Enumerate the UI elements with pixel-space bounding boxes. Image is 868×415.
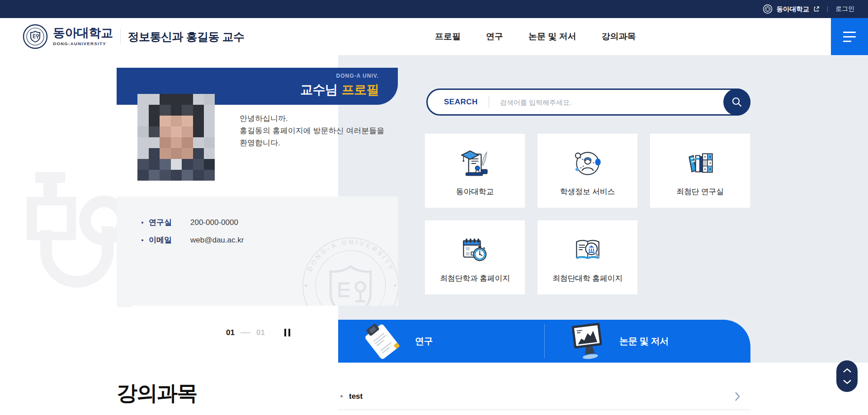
quick-link-label: 동아대학교	[456, 187, 494, 208]
bullet	[340, 395, 343, 397]
page: { "topbar": { "university_link": "동아대학교"…	[0, 0, 868, 415]
chevron-right-icon[interactable]	[734, 392, 741, 403]
topbar: 동아대학교 로그인	[0, 0, 868, 18]
professor-photo	[137, 94, 215, 181]
monitor-chart-icon	[567, 321, 609, 362]
quick-link-university[interactable]: 동아대학교	[425, 134, 525, 208]
contact-panel: DONG-A UNIVERSITY 연구실 200-000-0000 이메일 w…	[117, 196, 398, 306]
banner-label: 논문 및 저서	[619, 335, 669, 347]
search-label: SEARCH	[444, 98, 478, 107]
lecture-item-label: test	[349, 392, 363, 401]
divider	[241, 332, 250, 333]
contact-row-email: 이메일 web@dau.ac.kr	[142, 235, 244, 245]
chevron-down-icon	[843, 379, 852, 386]
section-title-lectures: 강의과목	[117, 379, 197, 407]
bookshelf-icon	[683, 134, 717, 187]
nav-item-profile[interactable]: 프로필	[435, 31, 461, 42]
contact-list: 연구실 200-000-0000 이메일 web@dau.ac.kr	[142, 217, 244, 245]
hamburger-icon	[843, 32, 856, 42]
university-emblem-icon	[763, 4, 773, 14]
hero-title: 교수님프로필	[300, 81, 379, 98]
pause-icon	[288, 329, 290, 336]
pause-button[interactable]	[283, 328, 291, 337]
header: 동아대학교 DONG-AUNIVERSITY 정보통신과 홍길동 교수 프로필 …	[0, 18, 868, 55]
calendar-clock-icon	[458, 220, 492, 273]
nav-item-lectures[interactable]: 강의과목	[602, 31, 636, 42]
chevron-up-icon	[843, 368, 852, 374]
greeting-text: 안녕하십니까. 홍길동의 홈페이지에 방문하신 여러분들을 환영합니다.	[240, 112, 402, 149]
diploma-icon	[458, 134, 492, 187]
quick-link-college-home[interactable]: 최첨단대학 홈페이지	[538, 220, 637, 294]
section-scroll-nav	[836, 360, 858, 392]
quick-link-label: 최첨단대학 홈페이지	[552, 273, 623, 294]
nav-item-publications[interactable]: 논문 및 저서	[528, 31, 576, 42]
menu-button[interactable]	[831, 18, 868, 55]
divider	[489, 96, 489, 108]
contact-value: 200-000-0000	[190, 218, 238, 227]
divider	[827, 6, 828, 12]
banner-research[interactable]: 연구	[338, 320, 544, 363]
pause-icon	[284, 329, 286, 336]
background-watermark	[18, 171, 131, 312]
contact-row-office: 연구실 200-000-0000	[142, 217, 244, 228]
quick-link-label: 학생정보 서비스	[560, 187, 615, 208]
hero-title-accent: 프로필	[342, 83, 379, 97]
logo-emblem-icon	[23, 24, 48, 49]
university-link[interactable]: 동아대학교	[777, 5, 810, 14]
logo-text: 동아대학교 DONG-AUNIVERSITY	[53, 27, 113, 46]
quick-link-label: 최첨단 연구실	[676, 187, 724, 208]
external-link-icon[interactable]	[813, 6, 820, 12]
carousel-pagination: 01 01	[226, 328, 291, 337]
logo-subtitle: DONG-AUNIVERSITY	[53, 41, 113, 46]
carousel-total: 01	[256, 328, 265, 337]
content-panel: SEARCH	[338, 55, 868, 363]
topbar-right: 동아대학교 로그인	[763, 4, 855, 14]
search-button[interactable]	[723, 89, 750, 116]
quick-link-lab[interactable]: 최첨단 연구실	[650, 134, 750, 208]
bottom-banner: 연구 논문 및 저서	[338, 320, 750, 363]
student-network-icon	[571, 134, 605, 187]
quick-link-label: 최첨단학과 홈페이지	[440, 273, 510, 294]
quick-link-department-home[interactable]: 최첨단학과 홈페이지	[425, 220, 525, 294]
contact-label: 이메일	[149, 235, 175, 245]
nav-item-research[interactable]: 연구	[486, 31, 503, 42]
search-bar: SEARCH	[426, 89, 750, 116]
university-logo[interactable]: 동아대학교 DONG-AUNIVERSITY 정보통신과 홍길동 교수	[23, 18, 244, 55]
main-nav: 프로필 연구 논문 및 저서 강의과목	[435, 18, 636, 55]
scroll-up-button[interactable]	[842, 367, 853, 374]
search-input[interactable]	[500, 98, 717, 106]
banner-publications[interactable]: 논문 및 저서	[544, 320, 750, 363]
bullet	[142, 239, 143, 241]
book-magnifier-icon	[571, 220, 605, 273]
page-title: 정보통신과 홍길동 교수	[128, 29, 245, 44]
contact-value: web@dau.ac.kr	[190, 236, 244, 245]
research-paper-icon	[361, 321, 404, 362]
contact-label: 연구실	[149, 217, 175, 228]
hero-tag: DONG-A UNIV.	[336, 73, 379, 79]
lecture-list-item[interactable]: test	[338, 383, 750, 410]
university-seal-watermark: DONG-A UNIVERSITY	[295, 229, 398, 306]
scroll-down-button[interactable]	[842, 378, 853, 386]
divider	[120, 29, 121, 44]
logo-title: 동아대학교	[53, 27, 113, 39]
banner-label: 연구	[415, 335, 433, 347]
login-link[interactable]: 로그인	[835, 5, 854, 13]
quick-link-student-info[interactable]: 학생정보 서비스	[538, 134, 637, 208]
carousel-current: 01	[226, 328, 235, 337]
search-icon	[731, 96, 743, 108]
bullet	[142, 222, 143, 224]
